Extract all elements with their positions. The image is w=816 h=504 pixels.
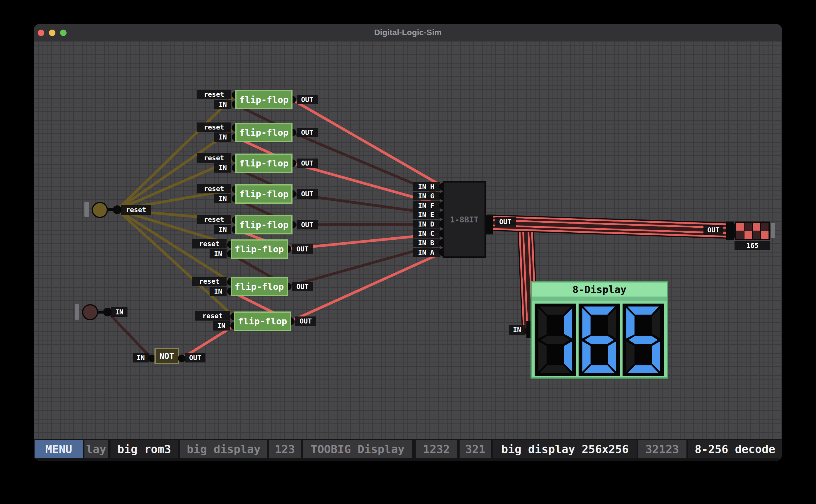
ff-out-label: OUT xyxy=(295,316,316,326)
output-bit-cell xyxy=(736,231,744,239)
ff-reset-label: reset xyxy=(197,153,231,163)
output-bit-cell xyxy=(761,231,769,239)
display-header-band xyxy=(532,297,667,301)
ff-in-label: IN xyxy=(210,287,227,296)
ff-reset-label: reset xyxy=(197,122,231,132)
toolbar-chip-button[interactable]: 32123 xyxy=(638,440,686,458)
flip-flop-chip[interactable]: flip-flop xyxy=(235,123,293,142)
ff-out-label: OUT xyxy=(292,244,313,254)
ff-in-label: IN xyxy=(210,249,227,258)
combiner-input-label: IN G xyxy=(413,192,440,200)
flip-flop-chip[interactable]: flip-flop xyxy=(235,184,293,204)
not-out-label: OUT xyxy=(185,353,205,362)
output-bit-cell xyxy=(761,222,769,231)
ff-in-label: IN xyxy=(214,100,231,109)
output-in-pin[interactable] xyxy=(726,222,734,240)
app-window: Digital-Logic-Sim reset IN IN NOT OUT re… xyxy=(34,24,782,461)
toolbar-chip-button[interactable]: 8-256 decode xyxy=(688,440,782,458)
flip-flop-chip[interactable]: flip-flop xyxy=(235,90,293,109)
output-edge-handle[interactable] xyxy=(771,223,775,238)
output-bit-cell xyxy=(736,222,744,231)
not-in-label: IN xyxy=(133,353,149,362)
output-bit-cell xyxy=(744,222,752,231)
combiner-input-label: IN F xyxy=(413,201,440,210)
ff-out-label: OUT xyxy=(297,189,318,199)
combiner-input-label: IN C xyxy=(413,229,440,238)
clock-edge-handle[interactable] xyxy=(75,304,79,320)
ff-reset-label: reset xyxy=(197,215,231,224)
ff-in-label: IN xyxy=(214,132,231,142)
ff-out-label: OUT xyxy=(297,128,318,137)
reset-input-label: reset xyxy=(121,205,151,215)
reset-output-pin[interactable] xyxy=(113,205,122,214)
output-value-label: 165 xyxy=(735,241,770,250)
ff-out-label: OUT xyxy=(297,95,318,104)
not-gate[interactable]: NOT xyxy=(154,348,179,364)
combiner-input-label: IN H xyxy=(413,182,440,191)
ff-in-label: IN xyxy=(214,225,231,234)
clock-input-label: IN xyxy=(111,307,127,317)
ff-in-label: IN xyxy=(214,194,231,203)
toolbar-chip-button[interactable]: big rom3 xyxy=(111,440,178,458)
ff-in-label: IN xyxy=(213,321,230,331)
combiner-input-label: IN E xyxy=(413,210,440,219)
reset-input-toggle[interactable] xyxy=(92,202,108,218)
combiner-chip[interactable]: 1-8BIT xyxy=(443,181,486,258)
flip-flop-chip[interactable]: flip-flop xyxy=(235,215,293,234)
toolbar-chip-button[interactable]: 123 xyxy=(269,440,301,458)
clock-output-pin[interactable] xyxy=(103,308,112,316)
display-in-label: IN xyxy=(509,325,525,335)
flip-flop-chip[interactable]: flip-flop xyxy=(231,277,288,296)
toolbar-chip-button[interactable]: big display 256x256 xyxy=(493,440,637,458)
output-bit-cell xyxy=(752,231,761,239)
toolbar-chip-button[interactable]: TOOBIG Display xyxy=(303,440,412,458)
ff-reset-label: reset xyxy=(195,311,230,321)
ff-out-label: OUT xyxy=(297,220,318,229)
flip-flop-chip[interactable]: flip-flop xyxy=(234,311,291,331)
combiner-input-label: IN B xyxy=(413,239,440,247)
flip-flop-chip[interactable]: flip-flop xyxy=(235,154,293,173)
bottom-toolbar: MENUlaybig rom3big display123TOOBIG Disp… xyxy=(34,439,782,461)
seven-segment-digit xyxy=(535,304,576,376)
not-out-pin[interactable] xyxy=(178,355,186,362)
toolbar-chip-button[interactable]: lay xyxy=(84,440,108,458)
output-bit-grid xyxy=(735,222,770,240)
output-bit-cell xyxy=(744,231,752,239)
ff-reset-label: reset xyxy=(192,239,227,248)
combiner-input-label: IN D xyxy=(413,220,440,229)
toolbar-chip-button[interactable]: 1232 xyxy=(416,440,457,458)
ff-reset-label: reset xyxy=(197,90,231,99)
combiner-input-label: IN A xyxy=(413,248,440,257)
seven-segment-display[interactable]: 8-Display xyxy=(531,281,668,379)
ff-out-label: OUT xyxy=(297,159,318,168)
display-title: 8-Display xyxy=(532,282,667,297)
flip-flop-chip[interactable]: flip-flop xyxy=(231,239,288,259)
reset-edge-handle[interactable] xyxy=(84,202,89,217)
output-out-label: OUT xyxy=(703,225,723,235)
toolbar-chip-button[interactable]: 321 xyxy=(460,440,491,458)
menu-button[interactable]: MENU xyxy=(35,440,83,458)
toolbar-chip-button[interactable]: big display xyxy=(180,440,267,458)
clock-input-toggle[interactable] xyxy=(82,304,98,320)
combiner-out-pin[interactable] xyxy=(486,216,493,234)
output-bit-cell xyxy=(752,222,761,231)
combiner-out-label: OUT xyxy=(495,217,516,227)
seven-segment-digit xyxy=(623,304,664,376)
ff-reset-label: reset xyxy=(197,184,231,193)
ff-out-label: OUT xyxy=(292,282,313,291)
seven-segment-digit xyxy=(579,304,620,376)
ff-in-label: IN xyxy=(214,163,231,173)
ff-reset-label: reset xyxy=(192,277,227,286)
